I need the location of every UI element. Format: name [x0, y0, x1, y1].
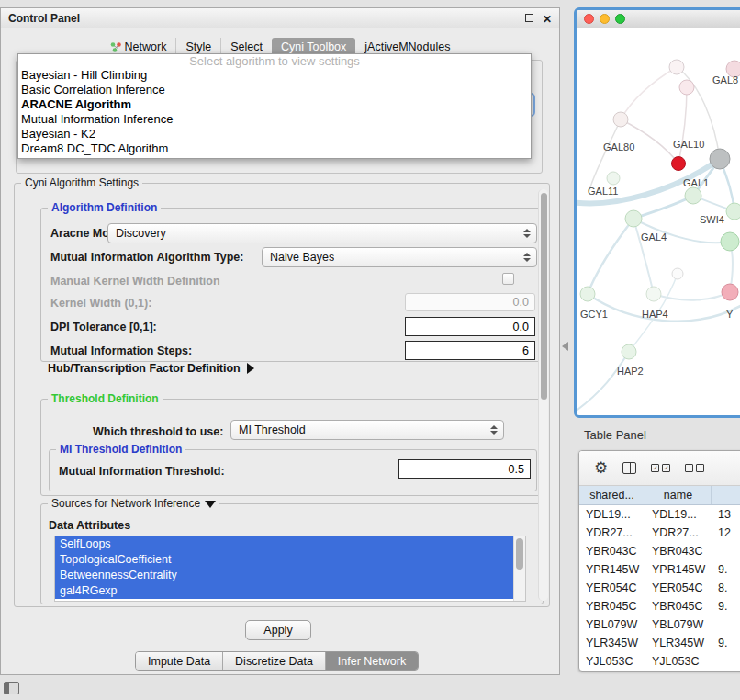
network-edge[interactable]: [633, 196, 693, 219]
close-icon[interactable]: [543, 10, 552, 27]
data-attribute-item[interactable]: gal4RGexp: [55, 583, 513, 599]
network-edge[interactable]: [577, 352, 629, 414]
bottom-tab-infer-network[interactable]: Infer Network: [325, 652, 418, 670]
zoom-traffic-light-icon[interactable]: [615, 14, 625, 24]
table-row[interactable]: YBR045CYBR045C9.: [579, 597, 740, 615]
table-header-row: shared...name: [579, 486, 740, 505]
select-all-checks-icon[interactable]: [651, 464, 670, 472]
network-edge[interactable]: [654, 292, 730, 300]
collapse-arrow-icon[interactable]: [205, 501, 216, 508]
column-header[interactable]: shared...: [579, 486, 645, 504]
table-row[interactable]: YBL079WYBL079W: [579, 615, 740, 634]
network-edge[interactable]: [678, 87, 687, 164]
close-traffic-light-icon[interactable]: [584, 14, 594, 24]
data-attribute-item[interactable]: BetweennessCentrality: [55, 568, 513, 583]
hub-definition-label: Hub/Transcription Factor Definition: [48, 362, 241, 375]
bottom-tab-impute-data[interactable]: Impute Data: [136, 652, 222, 670]
network-node[interactable]: [646, 287, 661, 301]
attribute-items: SelfLoopsTopologicalCoefficientBetweenne…: [55, 536, 525, 599]
scrollbar-thumb[interactable]: [541, 193, 547, 400]
mi-steps-input[interactable]: [405, 341, 535, 360]
algorithm-option[interactable]: Mutual Information Inference: [18, 112, 531, 127]
table-row[interactable]: YJL053CYJL053C: [579, 652, 740, 671]
data-attribute-item[interactable]: SelfLoops: [55, 536, 513, 552]
gear-icon[interactable]: [594, 460, 608, 477]
data-attributes-list[interactable]: SelfLoopsTopologicalCoefficientBetweenne…: [54, 536, 526, 602]
table-cell: [712, 615, 740, 634]
node-label: GAL11: [588, 186, 618, 197]
aracne-mode-select[interactable]: Discovery: [107, 223, 537, 243]
table-cell: YBR045C: [579, 597, 645, 615]
dock-panel-icon[interactable]: [4, 682, 19, 694]
table-cell: YPR145W: [645, 560, 712, 579]
network-edge[interactable]: [588, 219, 633, 294]
table-row[interactable]: YPR145WYPR145W9.: [579, 560, 740, 579]
float-window-icon[interactable]: [525, 14, 533, 22]
table-row[interactable]: YDL19...YDL19...13: [579, 505, 740, 524]
kernel-width-input[interactable]: [405, 293, 535, 311]
mi-threshold-input[interactable]: [398, 459, 531, 479]
table-cell: YBR045C: [645, 597, 712, 615]
apply-button[interactable]: Apply: [245, 620, 311, 640]
network-node[interactable]: [679, 80, 694, 95]
network-node[interactable]: [669, 60, 684, 74]
network-node[interactable]: [710, 149, 730, 169]
network-node[interactable]: [613, 112, 628, 127]
network-node[interactable]: [672, 268, 683, 279]
expand-arrow-icon[interactable]: [247, 363, 254, 374]
table-row[interactable]: YDR27...YDR27...12: [579, 524, 740, 542]
dropdown-arrows-icon: [523, 253, 531, 262]
network-node[interactable]: [625, 210, 642, 227]
panel-splitter-arrow[interactable]: [562, 342, 568, 351]
checked-box-icon: [662, 464, 670, 472]
table-cell: YDR27...: [645, 524, 712, 542]
table-cell: 12: [712, 524, 740, 542]
column-header[interactable]: [712, 486, 740, 504]
table-row[interactable]: YLR345WYLR345W9.: [579, 634, 740, 652]
algorithm-option[interactable]: Dream8 DC_TDC Algorithm: [18, 141, 531, 156]
algorithm-option[interactable]: Basic Correlation Inference: [18, 83, 531, 97]
which-threshold-select[interactable]: MI Threshold: [230, 420, 504, 440]
network-edge[interactable]: [633, 219, 654, 294]
settings-scrollbar[interactable]: [538, 189, 548, 601]
network-node[interactable]: [672, 157, 686, 171]
algorithm-option[interactable]: Bayesian - Hill Climbing: [18, 68, 531, 83]
mi-type-select[interactable]: Naive Bayes: [262, 247, 537, 267]
network-window-titlebar[interactable]: [577, 10, 740, 28]
table-row[interactable]: YBR043CYBR043C: [579, 542, 740, 560]
columns-icon[interactable]: [622, 462, 636, 474]
network-edge[interactable]: [621, 67, 677, 119]
network-node[interactable]: [726, 203, 740, 220]
manual-kernel-checkbox[interactable]: [502, 273, 514, 285]
deselect-all-checks-icon[interactable]: [685, 464, 704, 472]
algorithm-option[interactable]: ARACNE Algorithm: [18, 97, 531, 112]
hub-definition-section[interactable]: Hub/Transcription Factor Definition: [48, 362, 254, 375]
node-label: SWI4: [700, 214, 724, 225]
settings-group-title: Cyni Algorithm Settings: [21, 176, 142, 189]
network-node[interactable]: [721, 232, 739, 251]
table-panel-title: Table Panel: [584, 428, 646, 442]
data-attribute-item[interactable]: TopologicalCoefficient: [55, 552, 513, 568]
network-node[interactable]: [685, 187, 701, 204]
dpi-tolerance-label: DPI Tolerance [0,1]:: [50, 321, 157, 333]
network-node[interactable]: [607, 172, 620, 185]
attribute-list-scrollbar[interactable]: [513, 536, 525, 601]
control-panel-titlebar[interactable]: Control Panel: [1, 8, 559, 28]
network-canvas-container[interactable]: GAL8GAL80GAL10GAL11GAL1SWI4GAL4GCY1HAP4Y…: [577, 28, 740, 418]
algorithm-definition-group: Algorithm Definition Aracne Mode: Discov…: [40, 208, 544, 362]
network-node[interactable]: [622, 344, 636, 359]
threshold-definition-title: Threshold Definition: [48, 392, 163, 405]
bottom-tab-discretize-data[interactable]: Discretize Data: [222, 652, 325, 670]
scrollbar-thumb[interactable]: [516, 538, 523, 570]
network-canvas[interactable]: GAL8GAL80GAL10GAL11GAL1SWI4GAL4GCY1HAP4Y…: [577, 28, 740, 418]
algorithm-option[interactable]: Bayesian - K2: [18, 127, 531, 141]
network-node[interactable]: [580, 287, 595, 301]
column-header[interactable]: name: [645, 486, 712, 504]
network-node[interactable]: [722, 284, 738, 300]
mi-steps-label: Mutual Information Steps:: [50, 344, 192, 357]
node-label: GAL8: [712, 74, 738, 85]
sources-group-title[interactable]: Sources for Network Inference: [48, 497, 219, 510]
dpi-tolerance-input[interactable]: [405, 317, 535, 336]
table-row[interactable]: YER054CYER054C8.: [579, 579, 740, 597]
minimize-traffic-light-icon[interactable]: [600, 14, 610, 24]
